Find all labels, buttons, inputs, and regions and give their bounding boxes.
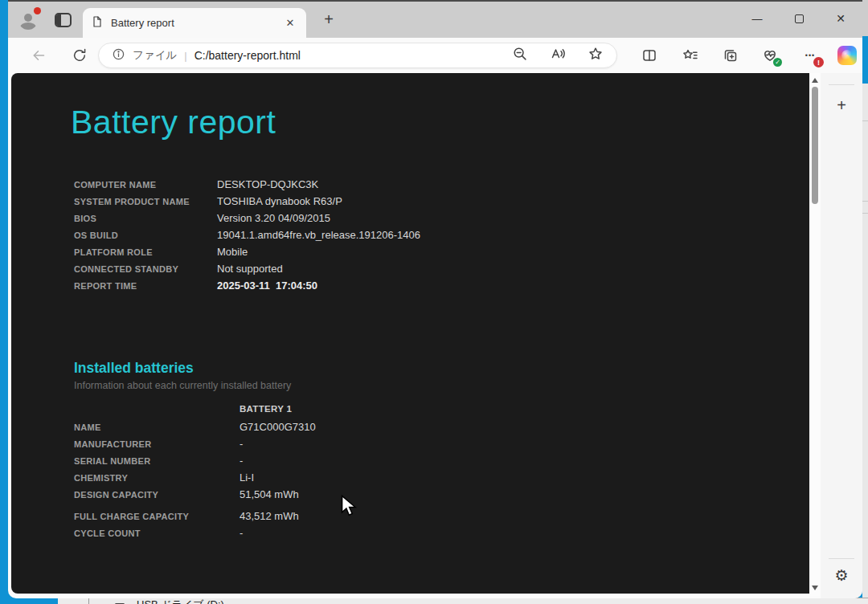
section-subtitle: Information about each currently install…: [74, 380, 291, 391]
divider: [88, 598, 89, 604]
page-title: Battery report: [71, 104, 276, 141]
row-label: DESIGN CAPACITY: [74, 490, 240, 500]
row-label: SYSTEM PRODUCT NAME: [74, 197, 217, 206]
maximize-icon: [795, 14, 804, 23]
row-label: PLATFORM ROLE: [74, 247, 217, 257]
more-menu-icon[interactable]: ••• !: [801, 47, 819, 64]
divider: [829, 558, 854, 559]
divider: [862, 213, 868, 214]
site-info-icon[interactable]: [112, 47, 125, 64]
divider: [862, 201, 868, 202]
table-row: CONNECTED STANDBY Not supported: [74, 263, 420, 280]
address-bar[interactable]: ファイル | C:/battery-report.html: [98, 43, 617, 68]
section-title: Installed batteries: [74, 360, 291, 377]
read-aloud-icon[interactable]: [550, 46, 566, 65]
scrollbar-thumb[interactable]: [812, 87, 818, 204]
ellipsis: •••: [805, 51, 815, 59]
row-value: Not supported: [217, 263, 420, 275]
row-label: FULL CHARGE CAPACITY: [74, 512, 240, 521]
address-url[interactable]: C:/battery-report.html: [194, 49, 301, 62]
maximize-button[interactable]: [790, 10, 808, 27]
row-value: Version 3.20 04/09/2015: [217, 212, 420, 224]
row-label: REPORT TIME: [74, 281, 217, 291]
tab-actions-icon[interactable]: [55, 13, 72, 27]
browser-window: Battery report ✕ + — ✕ ファイル: [8, 0, 862, 598]
row-value: DESKTOP-DQJKC3K: [217, 178, 420, 190]
new-tab-button[interactable]: +: [319, 10, 338, 29]
essentials-status-badge: ✓: [773, 58, 782, 67]
copilot-icon[interactable]: [837, 46, 857, 65]
favorites-list-icon[interactable]: [682, 47, 699, 64]
close-tab-icon[interactable]: ✕: [282, 15, 298, 31]
row-value: G71C000G7310: [240, 421, 316, 433]
address-file-label: ファイル: [133, 48, 177, 63]
row-label: CONNECTED STANDBY: [74, 264, 217, 274]
edge-sidebar: + ⚙: [821, 73, 862, 598]
table-row: OS BUILD 19041.1.amd64fre.vb_release.191…: [74, 229, 420, 246]
table-header-row: BATTERY 1: [74, 404, 316, 421]
row-value: 43,512 mWh: [240, 510, 316, 522]
profile-button[interactable]: [18, 9, 40, 31]
table-row: DESIGN CAPACITY 51,504 mWh: [74, 488, 316, 505]
table-row: CYCLE COUNT -: [74, 527, 316, 544]
split-screen-icon[interactable]: [641, 47, 658, 64]
sidebar-settings-gear-icon[interactable]: ⚙: [832, 565, 851, 585]
mouse-cursor: [341, 495, 357, 517]
row-value: Li-I: [240, 471, 316, 484]
browser-essentials-icon[interactable]: ✓: [761, 47, 779, 64]
row-label: SERIAL NUMBER: [74, 456, 240, 466]
row-value: 51,504 mWh: [240, 488, 316, 500]
favorite-star-icon[interactable]: [588, 46, 604, 65]
table-row: CHEMISTRY Li-I: [74, 471, 316, 488]
divider: [862, 120, 868, 121]
row-label: MANUFACTURER: [74, 439, 240, 449]
system-info-table: COMPUTER NAME DESKTOP-DQJKC3K SYSTEM PRO…: [74, 178, 420, 296]
column-header: BATTERY 1: [240, 404, 316, 414]
row-value: TOSHIBA dynabook R63/P: [217, 195, 420, 207]
window-controls: — ✕: [748, 10, 850, 27]
more-menu-notification-badge: !: [813, 57, 824, 67]
scroll-up-icon[interactable]: [812, 78, 818, 83]
row-label: NAME: [74, 422, 240, 432]
scroll-down-icon[interactable]: [812, 586, 818, 590]
table-row: COMPUTER NAME DESKTOP-DQJKC3K: [74, 178, 420, 195]
table-row: SYSTEM PRODUCT NAME TOSHIBA dynabook R63…: [74, 195, 420, 212]
table-row: NAME G71C000G7310: [74, 421, 316, 438]
desktop: USB ドライブ (D:) Battery report ✕ + — ✕: [0, 0, 868, 604]
address-separator: |: [184, 50, 186, 62]
row-label: COMPUTER NAME: [74, 180, 217, 190]
zoom-out-icon[interactable]: [512, 46, 528, 65]
tab-battery-report[interactable]: Battery report ✕: [83, 8, 306, 38]
minimize-button[interactable]: —: [748, 10, 766, 27]
row-value: 19041.1.amd64fre.vb_release.191206-1406: [217, 229, 420, 241]
row-value: Mobile: [217, 246, 420, 258]
divider: [829, 84, 854, 85]
row-label: CYCLE COUNT: [74, 528, 240, 538]
row-value: -: [240, 438, 316, 450]
file-explorer-peek: USB ドライブ (D:): [58, 598, 868, 604]
refresh-button[interactable]: [71, 47, 88, 64]
table-row: SERIAL NUMBER -: [74, 455, 316, 471]
tab-title: Battery report: [111, 17, 282, 29]
installed-batteries-section: Installed batteries Information about ea…: [74, 360, 291, 391]
installed-batteries-table: BATTERY 1 NAME G71C000G7310 MANUFACTURER…: [74, 404, 316, 544]
table-row: BIOS Version 3.20 04/09/2015: [74, 212, 420, 229]
table-row: FULL CHARGE CAPACITY 43,512 mWh: [74, 510, 316, 527]
sidebar-add-button[interactable]: +: [832, 96, 851, 115]
page-content: Battery report COMPUTER NAME DESKTOP-DQJ…: [11, 73, 809, 594]
table-row: PLATFORM ROLE Mobile: [74, 246, 420, 263]
page-scrollbar[interactable]: [809, 73, 821, 596]
back-button[interactable]: [30, 47, 47, 64]
profile-notification-dot: [34, 7, 41, 14]
row-label: CHEMISTRY: [74, 473, 240, 483]
row-label: BIOS: [74, 214, 217, 223]
usb-drive-label: USB ドライブ (D:): [137, 598, 224, 604]
collections-icon[interactable]: [722, 47, 739, 64]
table-row: MANUFACTURER -: [74, 438, 316, 455]
row-value: -: [240, 455, 316, 467]
row-value: 2025-03-11 17:04:50: [217, 280, 420, 292]
background-window-edge-right: [862, 84, 868, 604]
row-value: -: [240, 527, 316, 539]
close-window-button[interactable]: ✕: [832, 10, 850, 27]
background-window-edge-top: [862, 0, 868, 36]
